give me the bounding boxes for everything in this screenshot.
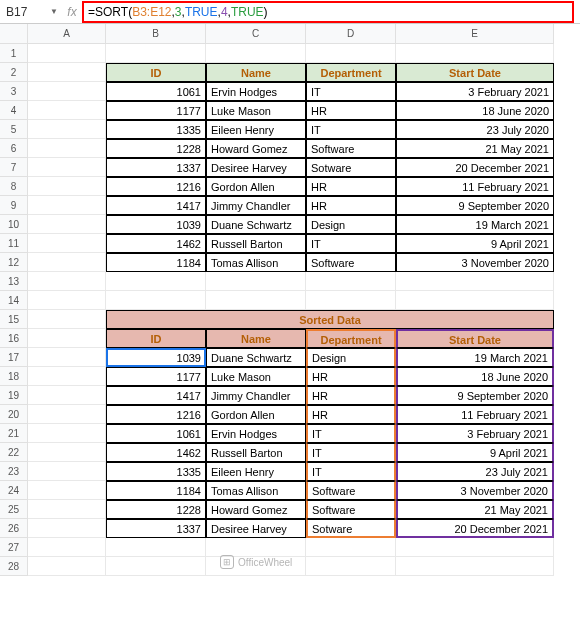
empty-cell[interactable] [396, 291, 554, 310]
empty-cell[interactable] [28, 310, 106, 329]
formula-bar[interactable]: =SORT(B3:E12,3,TRUE,4,TRUE) [82, 1, 574, 23]
empty-cell[interactable] [28, 291, 106, 310]
table1-cell-dept[interactable]: Sotware [306, 158, 396, 177]
empty-cell[interactable] [28, 272, 106, 291]
table2-cell-dept[interactable]: IT [306, 424, 396, 443]
empty-cell[interactable] [28, 443, 106, 462]
row-header[interactable]: 11 [0, 234, 28, 253]
empty-cell[interactable] [28, 424, 106, 443]
empty-cell[interactable] [28, 538, 106, 557]
row-header[interactable]: 6 [0, 139, 28, 158]
table1-cell-date[interactable]: 3 November 2020 [396, 253, 554, 272]
empty-cell[interactable] [28, 481, 106, 500]
table2-cell-date[interactable]: 23 July 2021 [396, 462, 554, 481]
row-header[interactable]: 7 [0, 158, 28, 177]
column-header[interactable]: A [28, 24, 106, 44]
table1-cell-name[interactable]: Gordon Allen [206, 177, 306, 196]
column-header[interactable] [0, 24, 28, 44]
row-header[interactable]: 26 [0, 519, 28, 538]
column-header[interactable]: B [106, 24, 206, 44]
row-header[interactable]: 20 [0, 405, 28, 424]
table1-cell-id[interactable]: 1228 [106, 139, 206, 158]
table1-cell-id[interactable]: 1335 [106, 120, 206, 139]
table1-header-dept[interactable]: Department [306, 63, 396, 82]
table1-header-name[interactable]: Name [206, 63, 306, 82]
empty-cell[interactable] [28, 405, 106, 424]
table2-cell-name[interactable]: Eileen Henry [206, 462, 306, 481]
row-header[interactable]: 12 [0, 253, 28, 272]
fx-icon[interactable]: fx [62, 5, 82, 19]
table2-cell-dept[interactable]: Software [306, 481, 396, 500]
empty-cell[interactable] [306, 44, 396, 63]
table2-cell-dept[interactable]: HR [306, 405, 396, 424]
table1-cell-id[interactable]: 1039 [106, 215, 206, 234]
empty-cell[interactable] [28, 101, 106, 120]
empty-cell[interactable] [206, 272, 306, 291]
table1-cell-date[interactable]: 19 March 2021 [396, 215, 554, 234]
table1-cell-dept[interactable]: IT [306, 234, 396, 253]
empty-cell[interactable] [306, 272, 396, 291]
row-header[interactable]: 17 [0, 348, 28, 367]
table1-cell-dept[interactable]: IT [306, 120, 396, 139]
table2-header-name[interactable]: Name [206, 329, 306, 348]
table1-cell-date[interactable]: 9 April 2021 [396, 234, 554, 253]
table2-cell-id[interactable]: 1335 [106, 462, 206, 481]
table1-cell-date[interactable]: 11 February 2021 [396, 177, 554, 196]
table2-cell-dept[interactable]: HR [306, 367, 396, 386]
row-header[interactable]: 21 [0, 424, 28, 443]
row-header[interactable]: 14 [0, 291, 28, 310]
table1-cell-id[interactable]: 1061 [106, 82, 206, 101]
table2-cell-name[interactable]: Gordon Allen [206, 405, 306, 424]
table1-cell-name[interactable]: Desiree Harvey [206, 158, 306, 177]
table2-cell-id[interactable]: 1039 [106, 348, 206, 367]
empty-cell[interactable] [28, 519, 106, 538]
table2-cell-name[interactable]: Luke Mason [206, 367, 306, 386]
empty-cell[interactable] [106, 557, 206, 576]
empty-cell[interactable] [106, 538, 206, 557]
table2-cell-date[interactable]: 3 February 2021 [396, 424, 554, 443]
empty-cell[interactable] [106, 291, 206, 310]
empty-cell[interactable] [28, 44, 106, 63]
empty-cell[interactable] [28, 139, 106, 158]
table2-cell-dept[interactable]: HR [306, 386, 396, 405]
table2-cell-id[interactable]: 1228 [106, 500, 206, 519]
table2-header-id[interactable]: ID [106, 329, 206, 348]
table1-cell-date[interactable]: 18 June 2020 [396, 101, 554, 120]
table1-cell-name[interactable]: Tomas Allison [206, 253, 306, 272]
table2-cell-name[interactable]: Ervin Hodges [206, 424, 306, 443]
cell-reference[interactable]: B17 [0, 3, 50, 21]
table1-cell-name[interactable]: Russell Barton [206, 234, 306, 253]
table1-cell-dept[interactable]: Design [306, 215, 396, 234]
table1-cell-name[interactable]: Luke Mason [206, 101, 306, 120]
row-header[interactable]: 18 [0, 367, 28, 386]
empty-cell[interactable] [28, 177, 106, 196]
table2-cell-id[interactable]: 1216 [106, 405, 206, 424]
table1-cell-name[interactable]: Ervin Hodges [206, 82, 306, 101]
empty-cell[interactable] [28, 500, 106, 519]
row-header[interactable]: 28 [0, 557, 28, 576]
table2-cell-name[interactable]: Duane Schwartz [206, 348, 306, 367]
row-header[interactable]: 15 [0, 310, 28, 329]
table1-cell-date[interactable]: 9 September 2020 [396, 196, 554, 215]
row-header[interactable]: 27 [0, 538, 28, 557]
row-header[interactable]: 13 [0, 272, 28, 291]
row-header[interactable]: 1 [0, 44, 28, 63]
table1-cell-id[interactable]: 1417 [106, 196, 206, 215]
column-header[interactable]: D [306, 24, 396, 44]
table1-cell-dept[interactable]: Software [306, 253, 396, 272]
row-header[interactable]: 5 [0, 120, 28, 139]
table1-cell-date[interactable]: 3 February 2021 [396, 82, 554, 101]
table2-cell-id[interactable]: 1061 [106, 424, 206, 443]
table1-cell-name[interactable]: Jimmy Chandler [206, 196, 306, 215]
table2-cell-dept[interactable]: Software [306, 500, 396, 519]
table2-header-dept[interactable]: Department [306, 329, 396, 348]
empty-cell[interactable] [206, 291, 306, 310]
column-header[interactable]: E [396, 24, 554, 44]
table1-cell-date[interactable]: 21 May 2021 [396, 139, 554, 158]
empty-cell[interactable] [106, 44, 206, 63]
empty-cell[interactable] [28, 234, 106, 253]
empty-cell[interactable] [306, 291, 396, 310]
empty-cell[interactable] [28, 348, 106, 367]
empty-cell[interactable] [306, 557, 396, 576]
empty-cell[interactable] [28, 196, 106, 215]
